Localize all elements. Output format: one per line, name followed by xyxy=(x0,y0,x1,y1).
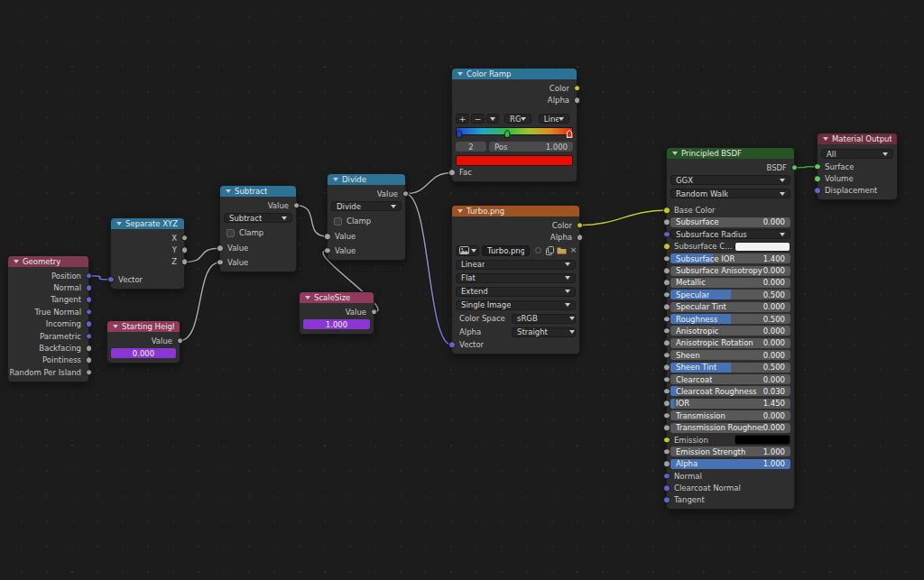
dropdown-alpha[interactable]: Straight xyxy=(512,327,576,337)
socket-vector[interactable] xyxy=(448,342,456,349)
node-link[interactable] xyxy=(579,210,667,226)
duplicate-button[interactable] xyxy=(544,245,556,256)
socket-clearcoat-roughness[interactable] xyxy=(663,388,670,395)
socket-vector[interactable] xyxy=(107,276,115,283)
socket-sheen[interactable] xyxy=(663,352,670,359)
node-header-principled[interactable]: Principled BSDF xyxy=(667,148,794,159)
socket-incoming[interactable] xyxy=(86,321,93,328)
socket-true-normal[interactable] xyxy=(86,308,93,316)
slider-ior[interactable]: IOR1.450 xyxy=(670,399,790,409)
socket-pointiness[interactable] xyxy=(86,357,93,364)
slider-metallic[interactable]: Metallic0.000 xyxy=(670,278,790,288)
socket-value[interactable] xyxy=(217,259,224,266)
node-link[interactable] xyxy=(296,206,328,236)
socket-anisotropic-rotation[interactable] xyxy=(663,340,670,347)
node-link[interactable] xyxy=(180,262,220,341)
image-icon[interactable] xyxy=(459,246,469,254)
socket-fac[interactable] xyxy=(448,170,456,177)
socket-subsurface-anisotropy[interactable] xyxy=(663,267,670,274)
slider-anisotropic[interactable]: Anisotropic0.000 xyxy=(670,326,790,336)
node-header-divide[interactable]: Divide xyxy=(328,174,405,185)
node-separate-xyz[interactable]: Separate XYZXYZVector xyxy=(110,217,185,290)
duplicate-icon[interactable] xyxy=(546,246,554,255)
socket-random-per-island[interactable] xyxy=(86,369,93,376)
stop-position-field[interactable]: Pos1.000 xyxy=(489,142,573,152)
slider-transmission-roughness[interactable]: Transmission Roughness0.000 xyxy=(670,423,790,433)
slider-sheen-tint[interactable]: Sheen Tint0.500 xyxy=(670,363,790,373)
fake-user-button[interactable] xyxy=(532,245,544,256)
socket-subsurface-c[interactable] xyxy=(663,244,670,251)
slider-subsurface-ior[interactable]: Subsurface IOR1.400 xyxy=(670,253,790,263)
color-mode-dropdown[interactable]: RGB xyxy=(504,114,531,124)
socket-z[interactable] xyxy=(181,259,189,266)
node-turbo[interactable]: Turbo.pngColorAlphaTurbo.png×LinearFlatE… xyxy=(451,205,580,354)
socket-subsurface-ior[interactable] xyxy=(663,255,670,262)
unlink-button[interactable]: × xyxy=(568,245,579,256)
color-swatch-emission[interactable] xyxy=(735,435,790,445)
socket-emission[interactable] xyxy=(663,437,670,444)
unlink-icon[interactable]: × xyxy=(570,246,578,254)
socket-subsurface[interactable] xyxy=(663,219,670,226)
node-header-separate-xyz[interactable]: Separate XYZ xyxy=(111,218,184,229)
dropdown-color-space[interactable]: sRGB xyxy=(512,314,576,324)
socket-alpha[interactable] xyxy=(577,234,584,241)
node-divide[interactable]: DivideValueDivideClampValueValue xyxy=(327,173,406,261)
fake-user-icon[interactable] xyxy=(535,247,541,253)
node-header-starting-height[interactable]: Starting Height xyxy=(107,321,180,332)
slider-subsurface[interactable]: Subsurface0.000 xyxy=(670,217,790,227)
slider-clearcoat[interactable]: Clearcoat0.000 xyxy=(670,374,790,384)
dropdown-random-walk[interactable]: Random Walk xyxy=(670,189,790,198)
dropdown-divide[interactable]: Divide xyxy=(331,201,402,211)
socket-normal[interactable] xyxy=(663,473,670,480)
slider-value[interactable]: 1.000 xyxy=(303,319,370,329)
dropdown-subsurface-radius[interactable]: Subsurface Radius xyxy=(670,229,790,239)
socket-alpha[interactable] xyxy=(574,97,581,104)
socket-transmission-roughness[interactable] xyxy=(663,424,670,431)
node-scalesize[interactable]: ScaleSizeValue1.000 xyxy=(299,291,374,335)
socket-roughness[interactable] xyxy=(663,316,670,323)
slider-transmission[interactable]: Transmission0.000 xyxy=(670,410,790,420)
checkbox-clamp[interactable] xyxy=(334,217,342,226)
node-link[interactable] xyxy=(184,248,220,262)
stop-index-field[interactable]: 2 xyxy=(456,142,486,152)
slider-anisotropic-rotation[interactable]: Anisotropic Rotation0.000 xyxy=(670,338,790,348)
interpolation-dropdown[interactable]: Linear xyxy=(539,114,569,124)
socket-sheen-tint[interactable] xyxy=(663,364,670,371)
socket-volume[interactable] xyxy=(814,175,821,182)
node-header-turbo[interactable]: Turbo.png xyxy=(452,206,579,216)
node-link[interactable] xyxy=(405,194,452,345)
socket-transmission[interactable] xyxy=(663,412,670,419)
node-subtract[interactable]: SubtractValueSubtractClampValueValue xyxy=(219,185,297,272)
socket-value[interactable] xyxy=(371,308,378,316)
socket-displacement[interactable] xyxy=(814,188,821,195)
image-name-field[interactable]: Turbo.png xyxy=(482,245,530,256)
slider-value[interactable]: 0.000 xyxy=(111,348,176,358)
color-ramp-gradient[interactable] xyxy=(456,126,573,141)
socket-value[interactable] xyxy=(324,233,331,240)
slider-clearcoat-roughness[interactable]: Clearcoat Roughness0.030 xyxy=(670,386,790,396)
active-stop-color-swatch[interactable] xyxy=(456,155,573,166)
slider-specular[interactable]: Specular0.500 xyxy=(670,290,790,299)
socket-clearcoat-normal[interactable] xyxy=(663,484,670,492)
socket-specular-tint[interactable] xyxy=(663,303,670,310)
node-geometry[interactable]: GeometryPositionNormalTangentTrue Normal… xyxy=(7,255,89,382)
color-swatch-subsurface-c[interactable] xyxy=(735,242,790,252)
gradient-bar[interactable] xyxy=(456,127,573,135)
socket-value[interactable] xyxy=(177,337,184,345)
slider-sheen[interactable]: Sheen0.000 xyxy=(670,350,790,360)
dropdown-extend[interactable]: Extend xyxy=(456,287,576,297)
slider-alpha[interactable]: Alpha1.000 xyxy=(670,459,790,469)
socket-color[interactable] xyxy=(577,222,584,229)
socket-position[interactable] xyxy=(86,272,93,280)
socket-ior[interactable] xyxy=(663,400,670,408)
checkbox-clamp[interactable] xyxy=(226,229,235,237)
node-header-geometry[interactable]: Geometry xyxy=(8,256,88,267)
node-principled[interactable]: Principled BSDFBSDFGGXRandom WalkBase Co… xyxy=(666,147,795,510)
node-header-material-output[interactable]: Material Output xyxy=(818,133,897,144)
socket-tangent[interactable] xyxy=(86,297,93,304)
node-header-subtract[interactable]: Subtract xyxy=(220,186,296,197)
dropdown-ggx[interactable]: GGX xyxy=(670,175,790,185)
socket-value[interactable] xyxy=(217,244,224,252)
image-browse-dropdown[interactable] xyxy=(456,245,479,256)
socket-anisotropic[interactable] xyxy=(663,327,670,335)
